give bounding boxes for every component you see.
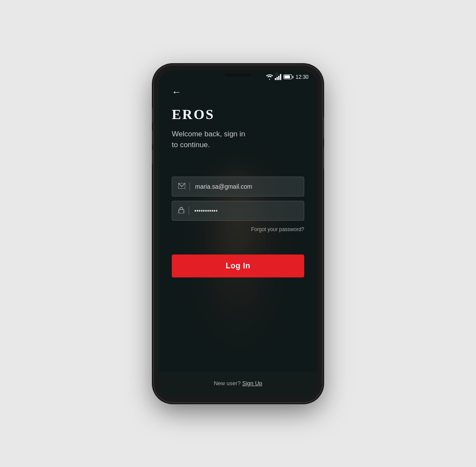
- camera-dot: [275, 73, 278, 76]
- password-input-row: [172, 201, 304, 221]
- email-input[interactable]: [195, 183, 298, 190]
- svg-rect-2: [278, 76, 280, 80]
- lock-icon: [178, 206, 184, 215]
- status-icons: 12:30: [266, 74, 309, 81]
- back-arrow-icon: ←: [172, 87, 181, 97]
- battery-icon: [283, 74, 292, 79]
- forgot-password-section: Forgot your password?: [172, 225, 304, 233]
- svg-rect-3: [280, 74, 281, 80]
- svg-rect-5: [179, 209, 184, 213]
- forgot-password-link[interactable]: Forgot your password?: [251, 226, 304, 232]
- email-divider: [190, 182, 190, 191]
- speaker: [225, 74, 251, 76]
- status-time: 12:30: [296, 74, 309, 80]
- email-input-row: [172, 177, 304, 196]
- phone-device: 12:30 ← EROS Welcome back, sign into con…: [154, 65, 322, 403]
- screen-content: ← EROS Welcome back, sign into continue.: [159, 82, 317, 397]
- svg-rect-0: [275, 78, 276, 80]
- status-bar: 12:30: [159, 70, 317, 82]
- email-icon: [178, 183, 185, 190]
- welcome-text: Welcome back, sign into continue.: [172, 129, 304, 151]
- wifi-icon: [266, 74, 273, 81]
- login-button[interactable]: Log In: [172, 254, 304, 277]
- signup-link[interactable]: Sign Up: [242, 380, 262, 386]
- login-form: Forgot your password? Log In: [172, 177, 304, 277]
- phone-screen: 12:30 ← EROS Welcome back, sign into con…: [159, 70, 317, 397]
- svg-rect-1: [277, 77, 278, 80]
- bottom-section: New user? Sign Up: [159, 372, 317, 397]
- app-title: EROS: [172, 106, 304, 122]
- password-divider: [189, 206, 189, 215]
- back-button[interactable]: ←: [172, 87, 185, 98]
- new-user-text: New user? Sign Up: [214, 380, 262, 386]
- password-input[interactable]: [194, 207, 298, 214]
